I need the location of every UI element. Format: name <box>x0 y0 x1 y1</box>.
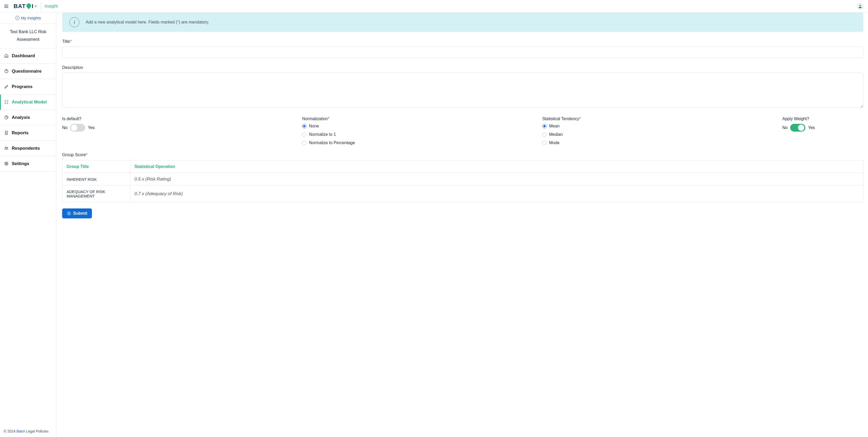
svg-point-10 <box>6 163 7 164</box>
svg-point-4 <box>5 103 5 104</box>
required-star: * <box>579 117 581 121</box>
radio-normalization-none[interactable]: None <box>302 124 542 128</box>
description-section: Description <box>62 65 863 109</box>
description-input[interactable] <box>62 73 863 108</box>
toggle-yes-label: Yes <box>808 125 815 130</box>
cell-stat-op: 0.5 x (Risk Rating) <box>130 173 863 186</box>
options-row: Is default? No Yes Normalization* None N… <box>62 117 863 145</box>
title-input[interactable] <box>62 46 863 58</box>
description-label: Description <box>62 65 863 70</box>
sidebar-footer: © 2024 Batoi Legal Policies <box>0 426 56 437</box>
person-icon <box>858 4 863 9</box>
sidebar-item-label: Analytical Model <box>12 99 47 105</box>
pie-icon <box>4 115 9 120</box>
title-section: Title* <box>62 39 863 58</box>
title-label: Title* <box>62 39 863 44</box>
banner-post: ) are mandatory. <box>179 20 209 24</box>
radio-label: Normalize to Percentage <box>309 141 355 145</box>
normalization-radios: None Normalize to 1 Normalize to Percent… <box>302 124 542 145</box>
pen-icon <box>4 84 9 89</box>
apply-weight-toggle-row: No Yes <box>782 124 863 132</box>
sidebar-item-respondents[interactable]: Respondents <box>0 141 56 156</box>
radio-label: Mean <box>549 124 560 128</box>
radio-normalization-to1[interactable]: Normalize to 1 <box>302 132 542 137</box>
radio-normalization-pct[interactable]: Normalize to Percentage <box>302 141 542 145</box>
graph-nodes-icon <box>4 100 9 104</box>
sidebar-item-label: Reports <box>12 130 28 135</box>
info-text: Add a new analytical model here. Fields … <box>86 20 209 25</box>
apply-weight-toggle[interactable] <box>790 124 805 132</box>
brand-link[interactable]: Batoi <box>17 429 25 433</box>
logo-text-b: I <box>32 3 34 10</box>
copyright-text: © 2024 <box>4 429 17 433</box>
my-insights-link[interactable]: My Insights <box>0 12 56 24</box>
gear-icon <box>4 161 9 166</box>
svg-point-3 <box>7 100 8 101</box>
sidebar-item-analysis[interactable]: Analysis <box>0 110 56 125</box>
sidebar-item-label: Questionnaire <box>12 69 41 74</box>
sidebar-item-label: Programs <box>12 84 32 89</box>
normalization-col: Normalization* None Normalize to 1 Norma… <box>302 117 542 145</box>
radio-stat-mode[interactable]: Mode <box>542 141 782 145</box>
sidebar-item-settings[interactable]: Settings <box>0 156 56 171</box>
user-avatar[interactable] <box>857 3 864 10</box>
cell-group-title: ADEQUACY OF RISK MANAGEMENT <box>62 186 130 202</box>
is-default-col: Is default? No Yes <box>62 117 302 145</box>
product-name[interactable]: Insight <box>45 4 58 9</box>
group-score-label-text: Group Score <box>62 153 86 157</box>
banner-pre: Add a new analytical model here. Fields … <box>86 20 177 24</box>
sidebar: My Insights Test Bank LLC Risk Assessmen… <box>0 12 56 437</box>
radio-label: Normalize to 1 <box>309 132 336 137</box>
home-icon <box>4 54 9 58</box>
group-score-label: Group Score* <box>62 153 863 157</box>
header-left: BAT I ® Insight <box>3 3 58 10</box>
sidebar-item-label: Analysis <box>12 115 30 120</box>
toggle-yes-label: Yes <box>88 125 95 130</box>
info-icon: i <box>69 17 80 27</box>
arrow-right-circle-icon <box>67 211 71 216</box>
menu-icon[interactable] <box>3 3 10 9</box>
submit-button[interactable]: Submit <box>62 209 92 218</box>
toggle-no-label: No <box>782 125 787 130</box>
question-icon <box>4 69 9 73</box>
svg-point-2 <box>5 100 5 101</box>
required-star: * <box>328 117 329 121</box>
apply-weight-col: Apply Weight? No Yes <box>782 117 863 145</box>
people-icon <box>4 146 9 151</box>
normalization-label-text: Normalization <box>302 117 328 121</box>
svg-point-5 <box>7 103 8 104</box>
is-default-label: Is default? <box>62 117 302 121</box>
table-row[interactable]: INHERENT RISK 0.5 x (Risk Rating) <box>62 173 863 186</box>
logo-text-a: BAT <box>13 3 26 10</box>
sidebar-item-label: Settings <box>12 161 29 166</box>
cell-group-title: INHERENT RISK <box>62 173 130 186</box>
divider <box>41 3 41 10</box>
group-score-section: Group Score* Group Title Statistical Ope… <box>62 153 863 202</box>
sidebar-item-programs[interactable]: Programs <box>0 79 56 95</box>
svg-point-8 <box>5 147 6 148</box>
title-label-text: Title <box>62 39 70 43</box>
sidebar-item-reports[interactable]: Reports <box>0 125 56 141</box>
back-arrow-icon <box>16 16 20 20</box>
registered-mark: ® <box>34 5 37 8</box>
brand-logo[interactable]: BAT I ® <box>13 3 37 10</box>
radio-label: Median <box>549 132 563 137</box>
leaf-icon <box>25 2 32 9</box>
stat-tendency-col: Statistical Tendency* Mean Median Mode <box>542 117 782 145</box>
info-banner: i Add a new analytical model here. Field… <box>62 12 863 32</box>
svg-point-0 <box>859 5 861 6</box>
main-content: i Add a new analytical model here. Field… <box>56 12 868 437</box>
sidebar-item-analytical-model[interactable]: Analytical Model <box>0 95 56 110</box>
sidebar-item-dashboard[interactable]: Dashboard <box>0 48 56 64</box>
group-score-table: Group Title Statistical Operation INHERE… <box>62 160 863 202</box>
radio-stat-mean[interactable]: Mean <box>542 124 782 128</box>
sidebar-nav: Dashboard Questionnaire Programs Analyti… <box>0 48 56 426</box>
cell-stat-op: 0.7 x (Adequacy of Risk) <box>130 186 863 202</box>
radio-stat-median[interactable]: Median <box>542 132 782 137</box>
is-default-toggle[interactable] <box>70 124 85 132</box>
my-insights-label: My Insights <box>21 16 41 20</box>
sidebar-item-questionnaire[interactable]: Questionnaire <box>0 64 56 79</box>
table-row[interactable]: ADEQUACY OF RISK MANAGEMENT 0.7 x (Adequ… <box>62 186 863 202</box>
sidebar-item-label: Dashboard <box>12 53 35 59</box>
legal-text: Legal Policies <box>25 429 48 433</box>
